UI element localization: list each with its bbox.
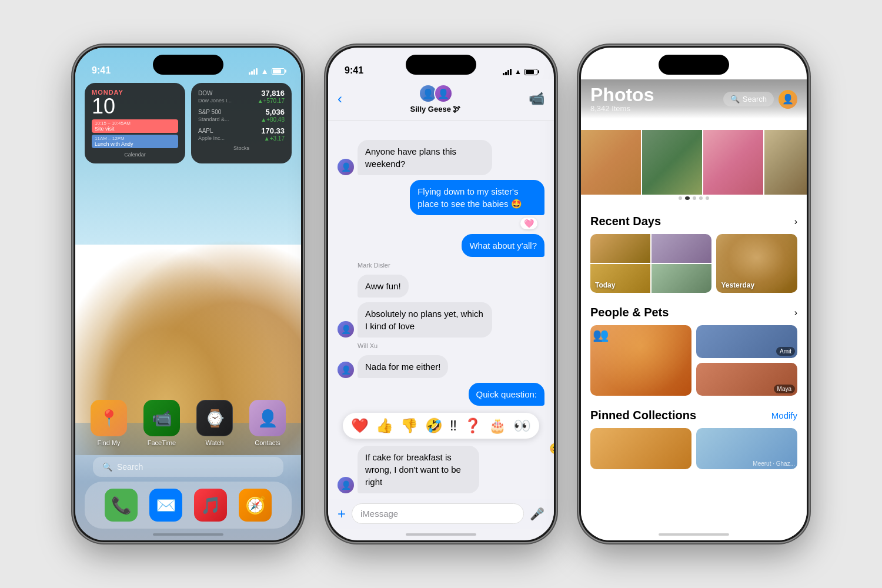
bubble-2: Flying down to my sister's place to see … bbox=[410, 180, 544, 215]
sender-avatar-3: 👤 bbox=[338, 362, 354, 378]
bar1 bbox=[249, 72, 250, 75]
yesterday-card[interactable]: Yesterday bbox=[716, 234, 797, 293]
dynamic-island-3 bbox=[659, 55, 729, 75]
bar4-3 bbox=[763, 69, 764, 75]
msg-2: Flying down to my sister's place to see … bbox=[338, 180, 544, 215]
add-button[interactable]: + bbox=[338, 506, 346, 522]
dock-phone[interactable]: 📞 bbox=[105, 489, 138, 522]
event2-title: Lunch with Andy bbox=[95, 141, 175, 147]
dot-1[interactable] bbox=[679, 196, 682, 200]
emoji-question[interactable]: ❓ bbox=[464, 417, 482, 434]
emoji-thumbsup[interactable]: 👍 bbox=[376, 417, 393, 434]
photos-count: 8,342 Items bbox=[590, 104, 654, 113]
today-img-4 bbox=[652, 264, 711, 293]
bar2 bbox=[251, 71, 253, 75]
dot-5[interactable] bbox=[706, 196, 709, 200]
gallery-thumb-2 bbox=[642, 130, 702, 195]
app-facetime[interactable]: 📹 FaceTime bbox=[141, 400, 183, 446]
calendar-widget[interactable]: MONDAY 10 10:15 – 10:45AM Site visit 11A… bbox=[85, 83, 185, 163]
person-maya-card[interactable]: Maya bbox=[696, 363, 797, 396]
iphone-1: 9:41 ▲ MONDAY 10 10:15 bbox=[74, 46, 303, 542]
sender-will: Will Xu bbox=[358, 342, 544, 349]
msg-1: 👤 Anyone have plans this weekend? bbox=[338, 140, 544, 175]
recent-days-header: Recent Days › bbox=[590, 215, 797, 228]
pinned-card-2[interactable]: Meerut · Ghaz... bbox=[696, 428, 797, 469]
msg-3: What about y'all? bbox=[338, 234, 544, 257]
sender-mark: Mark Disler bbox=[358, 262, 544, 269]
back-button[interactable]: ‹ bbox=[338, 91, 342, 107]
home-indicator-3 bbox=[659, 533, 729, 536]
event1-title: Site visit bbox=[95, 126, 175, 132]
message-input-bar: + iMessage 🎤 bbox=[328, 499, 554, 529]
video-call-button[interactable]: 📹 bbox=[529, 91, 544, 106]
map-label: Meerut · Ghaz... bbox=[753, 460, 795, 467]
dot-2[interactable] bbox=[685, 196, 690, 200]
pinned-card-1[interactable] bbox=[590, 428, 691, 469]
photos-header: Photos 8,342 Items 🔍 Search 👤 bbox=[581, 79, 807, 119]
status-time-2: 9:41 bbox=[345, 65, 363, 76]
yesterday-label: Yesterday bbox=[721, 281, 754, 289]
emoji-heart[interactable]: ❤️ bbox=[351, 417, 369, 434]
contacts-icon: 👤 bbox=[249, 400, 286, 436]
people-pets-arrow[interactable]: › bbox=[794, 308, 797, 318]
person-large-card[interactable]: 👥 bbox=[590, 325, 691, 396]
battery-fill-3 bbox=[779, 70, 787, 74]
app-find-my[interactable]: 📍 Find My bbox=[88, 400, 130, 446]
search-bar[interactable]: 🔍 Search bbox=[93, 457, 283, 477]
dock-safari[interactable]: 🧭 bbox=[239, 489, 272, 522]
app-watch[interactable]: ⌚ Watch bbox=[193, 400, 236, 446]
search-label: Search bbox=[117, 462, 143, 472]
bar2-3 bbox=[758, 72, 760, 75]
avatar-icon: 👤 bbox=[782, 93, 794, 105]
emoji-exclamation[interactable]: ‼️ bbox=[450, 417, 457, 434]
dock-music[interactable]: 🎵 bbox=[194, 489, 227, 522]
dock-mail[interactable]: ✉️ bbox=[149, 489, 182, 522]
today-card[interactable]: Today bbox=[590, 234, 711, 293]
bubble-1: Anyone have plans this weekend? bbox=[358, 140, 492, 175]
app-contacts[interactable]: 👤 Contacts bbox=[246, 400, 289, 446]
sender-avatar-4: 👤 bbox=[338, 477, 354, 493]
pinned-modify[interactable]: Modify bbox=[771, 410, 797, 420]
photos-controls: 🔍 Search 👤 bbox=[723, 90, 797, 109]
today-label: Today bbox=[595, 281, 615, 289]
stocks-label: Stocks bbox=[198, 145, 285, 151]
bubble-5: Absolutely no plans yet, which I kind of… bbox=[358, 302, 492, 338]
person-amit-card[interactable]: Amit bbox=[696, 325, 797, 358]
sp500-value: 5,036 bbox=[265, 108, 285, 116]
photos-title-group: Photos 8,342 Items bbox=[590, 85, 654, 113]
gallery-thumb-4 bbox=[764, 130, 807, 195]
status-icons-3: ▲ bbox=[756, 68, 790, 76]
imessage-input[interactable]: iMessage bbox=[352, 503, 524, 524]
bar2-2 bbox=[505, 72, 507, 75]
aapl-name: AAPL bbox=[198, 128, 213, 134]
reaction-1: 🩷 bbox=[338, 218, 537, 229]
emoji-eyes[interactable]: 👀 bbox=[513, 417, 531, 434]
stocks-widget[interactable]: DOW 37,816 Dow Jones I... ▲+570.17 S&P 5… bbox=[191, 83, 292, 163]
bar1-2 bbox=[503, 73, 505, 75]
emoji-thumbsdown[interactable]: 👎 bbox=[400, 417, 418, 434]
msg-8: 👤 If cake for breakfast is wrong, I don'… bbox=[338, 446, 544, 493]
aapl-sub: Apple Inc... bbox=[198, 135, 225, 142]
mic-button[interactable]: 🎤 bbox=[530, 507, 544, 521]
dow-value: 37,816 bbox=[261, 89, 285, 98]
status-icons-2: ▲ bbox=[503, 68, 537, 76]
today-img-1 bbox=[590, 234, 650, 263]
sp500-change: ▲+80.48 bbox=[260, 116, 285, 123]
emoji-reactions-bar[interactable]: ❤️ 👍 👎 🤣 ‼️ ❓ 🎂 👀 bbox=[343, 413, 539, 439]
bubble-8: If cake for breakfast is wrong, I don't … bbox=[358, 446, 479, 493]
battery-icon-3 bbox=[777, 69, 790, 75]
cal-event2: 11AM – 12PM Lunch with Andy bbox=[92, 135, 178, 148]
find-my-icon: 📍 bbox=[91, 400, 127, 436]
recent-days-arrow[interactable]: › bbox=[794, 216, 797, 227]
dot-3[interactable] bbox=[693, 196, 696, 200]
emoji-cake[interactable]: 🎂 bbox=[489, 417, 506, 434]
bar3-2 bbox=[507, 70, 509, 75]
emoji-haha[interactable]: 🤣 bbox=[425, 417, 443, 434]
people-pets-header: People & Pets › bbox=[590, 306, 797, 319]
home-indicator-1 bbox=[153, 533, 223, 536]
dot-4[interactable] bbox=[699, 196, 703, 200]
facetime-label: FaceTime bbox=[148, 439, 176, 446]
profile-avatar[interactable]: 👤 bbox=[779, 90, 797, 109]
search-button[interactable]: 🔍 Search bbox=[723, 92, 774, 106]
event1-time: 10:15 – 10:45AM bbox=[95, 121, 175, 126]
